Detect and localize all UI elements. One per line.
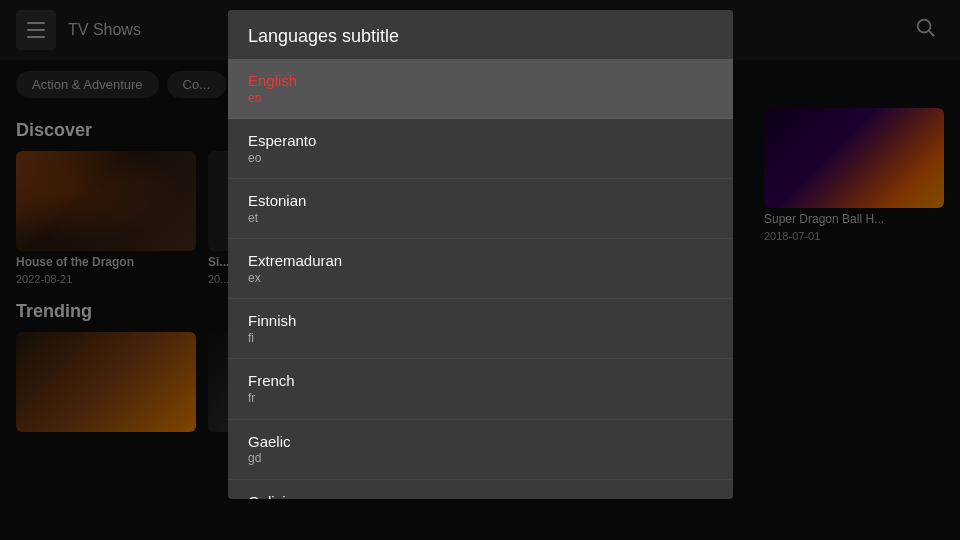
language-item-finnish[interactable]: Finnish fi xyxy=(228,299,733,359)
language-code-gaelic: gd xyxy=(248,451,713,467)
language-item-french[interactable]: French fr xyxy=(228,359,733,419)
language-code-finnish: fi xyxy=(248,331,713,347)
language-name-extremaduran: Extremaduran xyxy=(248,251,713,271)
language-code-english: en xyxy=(248,91,713,107)
language-item-english[interactable]: English en xyxy=(228,59,733,119)
language-item-esperanto[interactable]: Esperanto eo xyxy=(228,119,733,179)
language-code-extremaduran: ex xyxy=(248,271,713,287)
language-code-estonian: et xyxy=(248,211,713,227)
language-item-extremaduran[interactable]: Extremaduran ex xyxy=(228,239,733,299)
language-name-estonian: Estonian xyxy=(248,191,713,211)
language-name-galician: Galician xyxy=(248,492,713,499)
modal-title: Languages subtitle xyxy=(228,10,733,59)
language-name-finnish: Finnish xyxy=(248,311,713,331)
language-item-gaelic[interactable]: Gaelic gd xyxy=(228,420,733,480)
language-item-galician[interactable]: Galician gl xyxy=(228,480,733,499)
language-item-estonian[interactable]: Estonian et xyxy=(228,179,733,239)
language-subtitle-modal: Languages subtitle English en Esperanto … xyxy=(228,10,733,499)
language-list: English en Esperanto eo Estonian et Extr… xyxy=(228,59,733,499)
language-name-french: French xyxy=(248,371,713,391)
language-name-esperanto: Esperanto xyxy=(248,131,713,151)
language-name-gaelic: Gaelic xyxy=(248,432,713,452)
language-code-esperanto: eo xyxy=(248,151,713,167)
language-name-english: English xyxy=(248,71,713,91)
language-code-french: fr xyxy=(248,391,713,407)
